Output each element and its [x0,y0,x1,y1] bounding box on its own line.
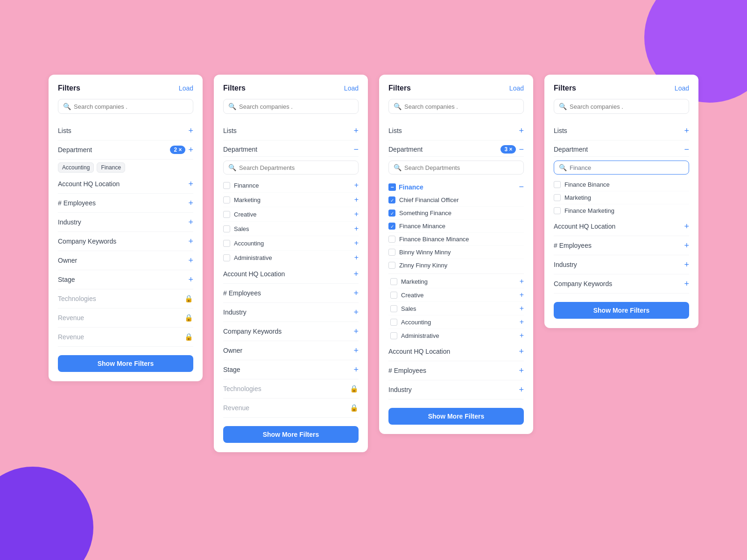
lists-label: Lists [58,127,71,134]
industry-add-2[interactable]: + [353,308,359,316]
cb-add-other-sales[interactable]: + [520,304,524,313]
dept-add-btn[interactable]: + [188,146,193,154]
cb-add-marketing[interactable]: + [354,196,359,204]
cb-other-sales[interactable] [390,305,397,312]
dept-search-icon-2: 🔍 [228,164,236,171]
cb-accounting[interactable] [223,240,230,247]
lists-add-btn-2[interactable]: + [353,126,359,135]
stage-row-2: Stage + [223,360,359,379]
industry-add-4[interactable]: + [684,260,689,269]
panel-2-load[interactable]: Load [344,84,359,92]
panels-container: Filters Load 🔍 Lists + Department 2 × + … [0,0,747,480]
panel-4-load[interactable]: Load [675,84,689,92]
panel-1-search-box: 🔍 [58,99,193,114]
cb-finance-binance-4-check[interactable] [554,181,561,188]
employees-add[interactable]: + [188,199,193,207]
dept-collapse-4[interactable]: − [684,145,689,154]
panel-3-search-input[interactable] [404,103,519,110]
employees-row-3: # Employees + [388,361,524,380]
cb-marketing[interactable] [223,196,230,203]
cb-creative[interactable] [223,211,230,218]
panel-1-lists-row: Lists + [58,121,193,140]
cb-add-other-accounting[interactable]: + [520,318,524,326]
panel-2-search-input[interactable] [239,103,353,110]
cb-zinny: Zinny Finny Kinny [388,259,524,272]
other-marketing: Marketing + [388,275,524,288]
cb-finance-marketing-4-check[interactable] [554,207,561,214]
employees-row-2: # Employees + [223,284,359,303]
cb-marketing-4-check[interactable] [554,194,561,201]
cb-other-creative[interactable] [390,292,397,299]
cb-add-other-administrative[interactable]: + [520,331,524,340]
dept-collapse-3[interactable]: − [519,145,524,154]
panel-1-search-input[interactable] [74,103,188,110]
cb-add-finannce[interactable]: + [354,181,359,189]
show-more-btn-4[interactable]: Show More Filters [554,302,689,319]
cb-finance-binance-check[interactable] [388,236,395,243]
owner-add[interactable]: + [188,256,193,265]
lists-add-btn-3[interactable]: + [519,126,524,135]
cb-finance-minance-check[interactable] [388,223,395,230]
panel-4-lists-row: Lists + [554,121,689,140]
dept-search-input-4[interactable] [570,164,684,171]
account-hq-add-4[interactable]: + [684,222,689,231]
account-hq-add[interactable]: + [188,180,193,188]
owner-add-2[interactable]: + [353,346,359,355]
cb-cfo-check[interactable] [388,196,395,203]
cb-item: Finannce + [223,178,359,193]
panel-4-title: Filters [554,84,576,92]
lists-add-btn[interactable]: + [188,126,193,135]
account-hq-add-2[interactable]: + [353,270,359,278]
keywords-add[interactable]: + [188,237,193,245]
technologies-lock: 🔒 [184,294,193,303]
cb-zinny-check[interactable] [388,262,395,269]
finance-collapse[interactable]: − [519,182,524,192]
dept-header-3: Department 3 × − [388,140,524,157]
dept-badge-3: 3 × [500,145,516,154]
panel-2-title: Filters [223,84,246,92]
cb-item: Accounting + [223,236,359,251]
cb-other-accounting[interactable] [390,319,397,326]
dept-collapse-2[interactable]: − [353,145,359,154]
employees-add-2[interactable]: + [353,289,359,297]
cb-add-other-creative[interactable]: + [520,291,524,299]
stage-add-2[interactable]: + [353,365,359,374]
cb-other-administrative[interactable] [390,332,397,339]
account-hq-row: Account HQ Location + [58,175,193,194]
cb-binny-check[interactable] [388,249,395,256]
employees-add-4[interactable]: + [684,241,689,250]
lists-add-btn-4[interactable]: + [684,126,689,135]
cb-sales[interactable] [223,225,230,232]
panel-1-load[interactable]: Load [179,84,193,92]
industry-add-3[interactable]: + [519,385,524,394]
show-more-btn-1[interactable]: Show More Filters [58,355,193,372]
cb-add-other-marketing[interactable]: + [520,277,524,286]
stage-row: Stage + [58,270,193,289]
cb-add-creative[interactable]: + [354,210,359,218]
dept-search-icon-4: 🔍 [559,164,567,171]
dept-search-input-3[interactable] [404,164,519,171]
panel-4-search-input[interactable] [570,103,684,110]
finance-minus-square[interactable]: − [388,183,396,191]
cb-other-marketing[interactable] [390,278,397,285]
panel-3-load[interactable]: Load [509,84,524,92]
cb-add-administrative[interactable]: + [354,253,359,262]
dept-search-input-2[interactable] [239,164,353,171]
account-hq-add-3[interactable]: + [519,347,524,356]
stage-add[interactable]: + [188,275,193,284]
show-more-btn-3[interactable]: Show More Filters [388,408,524,425]
cb-administrative[interactable] [223,254,230,261]
show-more-btn-2[interactable]: Show More Filters [223,426,359,443]
keywords-add-2[interactable]: + [353,327,359,336]
finance-group-label: Finance [399,183,423,191]
cb-something-finance-check[interactable] [388,210,395,217]
dept-search-box-2: 🔍 [223,161,359,175]
industry-add[interactable]: + [188,218,193,226]
dept-header-4: Department − [554,140,689,157]
cb-finannce[interactable] [223,182,230,189]
cb-add-sales[interactable]: + [354,224,359,233]
keywords-add-4[interactable]: + [684,280,689,288]
cb-add-accounting[interactable]: + [354,239,359,247]
cb-marketing-4: Marketing [554,191,689,204]
employees-add-3[interactable]: + [519,366,524,375]
